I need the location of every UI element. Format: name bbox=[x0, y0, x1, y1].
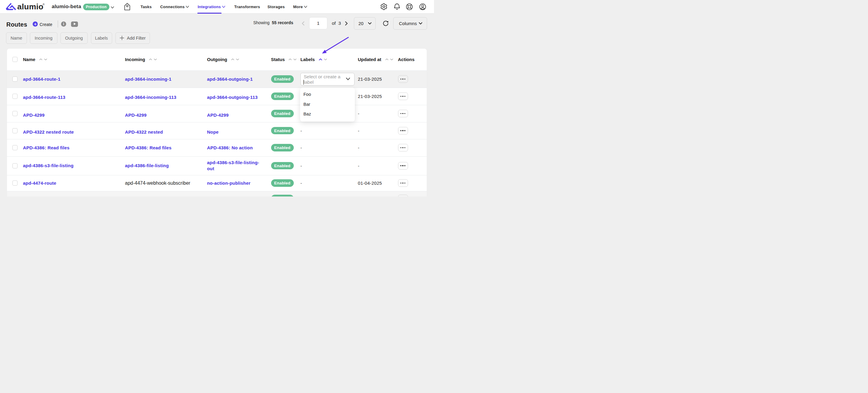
svg-text:alumio: alumio bbox=[17, 2, 43, 11]
svg-text:®: ® bbox=[42, 3, 45, 6]
